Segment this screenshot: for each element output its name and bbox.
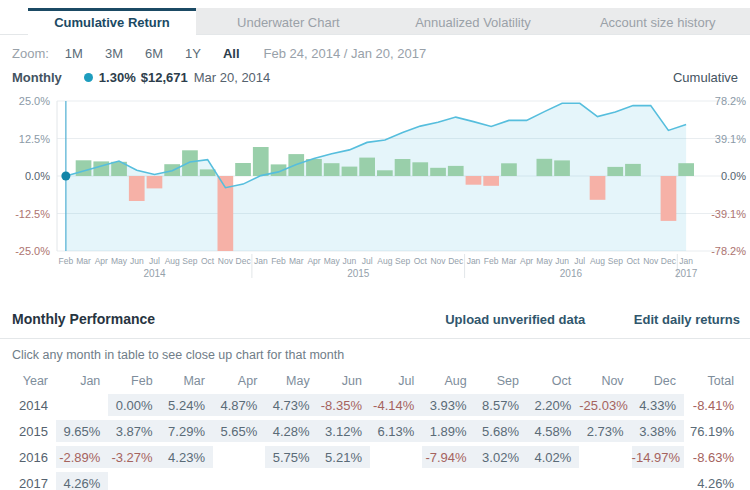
- tab-account-size-history[interactable]: Account size history: [565, 8, 750, 34]
- monthly-bar[interactable]: [661, 176, 677, 221]
- monthly-bar[interactable]: [324, 163, 340, 176]
- column-header-apr: Apr: [213, 372, 265, 390]
- monthly-bar[interactable]: [359, 158, 375, 176]
- x-axis-month-label: Jan: [679, 256, 693, 266]
- monthly-bar[interactable]: [466, 176, 482, 185]
- monthly-bar[interactable]: [93, 161, 109, 176]
- monthly-bar[interactable]: [129, 176, 145, 201]
- monthly-bar[interactable]: [235, 163, 251, 176]
- month-cell-2015-sep[interactable]: 5.68%: [475, 420, 527, 442]
- month-cell-2017-sep: [475, 472, 527, 490]
- month-cell-2014-jun[interactable]: -8.35%: [318, 394, 370, 416]
- monthly-bar[interactable]: [501, 163, 517, 176]
- month-cell-2015-oct[interactable]: 4.58%: [527, 420, 579, 442]
- tooltip-amount: $12,671: [141, 70, 188, 85]
- month-cell-2015-jul[interactable]: 6.13%: [370, 420, 422, 442]
- edit-daily-returns-link[interactable]: Edit daily returns: [634, 312, 740, 327]
- column-header-jun: Jun: [318, 372, 370, 390]
- month-cell-2014-dec[interactable]: 4.33%: [632, 394, 684, 416]
- monthly-bar[interactable]: [678, 163, 694, 176]
- monthly-bar[interactable]: [395, 159, 411, 176]
- right-axis-tick: 39.1%: [715, 133, 746, 145]
- month-cell-2017-jan[interactable]: 4.26%: [56, 472, 108, 490]
- monthly-bar[interactable]: [76, 160, 92, 176]
- month-cell-2017-nov: [579, 472, 631, 490]
- x-axis-month-label: Mar: [76, 256, 91, 266]
- monthly-bar[interactable]: [537, 159, 553, 176]
- table-row-2015: 20159.65%3.87%7.29%5.65%4.28%3.12%6.13%1…: [10, 420, 742, 442]
- cumulative-series-label: Cumulative: [673, 70, 738, 85]
- monthly-bar[interactable]: [483, 176, 499, 186]
- month-cell-2014-oct[interactable]: 2.20%: [527, 394, 579, 416]
- month-cell-2014-may[interactable]: 4.73%: [265, 394, 317, 416]
- column-header-jan: Jan: [56, 372, 108, 390]
- month-cell-2014-sep[interactable]: 8.57%: [475, 394, 527, 416]
- monthly-bar[interactable]: [625, 164, 641, 176]
- upload-unverified-data-link[interactable]: Upload unverified data: [445, 312, 585, 327]
- month-cell-2016-apr: [213, 446, 265, 468]
- zoom-option-6m[interactable]: 6M: [145, 46, 163, 61]
- month-cell-2015-may[interactable]: 4.28%: [265, 420, 317, 442]
- month-cell-2015-feb[interactable]: 3.87%: [108, 420, 160, 442]
- tab-cumulative-return[interactable]: Cumulative Return: [28, 8, 196, 35]
- tab-underwater-chart[interactable]: Underwater Chart: [196, 8, 381, 34]
- month-cell-2015-apr[interactable]: 5.65%: [213, 420, 265, 442]
- year-label: 2014: [10, 394, 56, 416]
- monthly-bar[interactable]: [607, 167, 623, 176]
- month-cell-2015-mar[interactable]: 7.29%: [161, 420, 213, 442]
- monthly-bar[interactable]: [147, 176, 163, 188]
- x-axis-month-label: Feb: [484, 256, 499, 266]
- month-cell-2016-mar[interactable]: 4.23%: [161, 446, 213, 468]
- tab-annualized-volatility[interactable]: Annualized Volatility: [381, 8, 566, 34]
- monthly-bar[interactable]: [306, 159, 322, 176]
- x-axis-month-label: Dec: [661, 256, 677, 266]
- month-cell-2014-apr[interactable]: 4.87%: [213, 394, 265, 416]
- zoom-option-all[interactable]: All: [223, 46, 240, 61]
- month-cell-2016-dec[interactable]: -14.97%: [632, 446, 684, 468]
- monthly-bar[interactable]: [200, 169, 216, 176]
- month-cell-2014-nov[interactable]: -25.03%: [579, 394, 631, 416]
- month-cell-2016-jun[interactable]: 5.21%: [318, 446, 370, 468]
- x-axis-month-label: Sep: [395, 256, 410, 266]
- month-cell-2014-aug[interactable]: 3.93%: [422, 394, 474, 416]
- chart-canvas: 25.0%78.2%12.5%39.1%0.0%0.0%-12.5%-39.1%…: [0, 91, 750, 286]
- column-header-dec: Dec: [632, 372, 684, 390]
- monthly-bar[interactable]: [412, 162, 428, 176]
- month-cell-2017-jun: [318, 472, 370, 490]
- month-cell-2015-aug[interactable]: 1.89%: [422, 420, 474, 442]
- total-cell-2014: -8.41%: [684, 394, 742, 416]
- month-cell-2016-sep[interactable]: 3.02%: [475, 446, 527, 468]
- zoom-option-1y[interactable]: 1Y: [185, 46, 201, 61]
- monthly-bar[interactable]: [253, 147, 269, 176]
- x-axis-month-label: Aug: [165, 256, 180, 266]
- month-cell-2014-jul[interactable]: -4.14%: [370, 394, 422, 416]
- month-cell-2015-nov[interactable]: 2.73%: [579, 420, 631, 442]
- zoom-option-1m[interactable]: 1M: [65, 46, 83, 61]
- zoom-option-3m[interactable]: 3M: [105, 46, 123, 61]
- monthly-bar[interactable]: [430, 168, 446, 176]
- month-cell-2015-jun[interactable]: 3.12%: [318, 420, 370, 442]
- monthly-bar[interactable]: [448, 166, 464, 176]
- monthly-bar[interactable]: [590, 176, 606, 200]
- month-cell-2016-oct[interactable]: 4.02%: [527, 446, 579, 468]
- month-cell-2014-mar[interactable]: 5.24%: [161, 394, 213, 416]
- monthly-bar[interactable]: [377, 170, 393, 176]
- zoom-toolbar: Zoom: 1M3M6M1YAll Feb 24, 2014 / Jan 20,…: [0, 35, 750, 61]
- monthly-bar[interactable]: [554, 160, 570, 176]
- x-axis-month-label: Sep: [608, 256, 623, 266]
- monthly-bar[interactable]: [182, 150, 198, 176]
- month-cell-2015-jan[interactable]: 9.65%: [56, 420, 108, 442]
- column-header-nov: Nov: [579, 372, 631, 390]
- month-cell-2014-feb[interactable]: 0.00%: [108, 394, 160, 416]
- monthly-bar[interactable]: [342, 167, 358, 176]
- total-cell-2015: 76.19%: [684, 420, 742, 442]
- right-axis-tick: -39.1%: [711, 208, 746, 220]
- table-row-2014: 20140.00%5.24%4.87%4.73%-8.35%-4.14%3.93…: [10, 394, 742, 416]
- month-cell-2016-jan[interactable]: -2.89%: [56, 446, 108, 468]
- right-axis-tick: 78.2%: [715, 95, 746, 107]
- month-cell-2015-dec[interactable]: 3.38%: [632, 420, 684, 442]
- month-cell-2016-may[interactable]: 5.75%: [265, 446, 317, 468]
- month-cell-2016-feb[interactable]: -3.27%: [108, 446, 160, 468]
- legend-row: Monthly 1.30% $12,671 Mar 20, 2014 Cumul…: [0, 61, 750, 85]
- month-cell-2016-aug[interactable]: -7.94%: [422, 446, 474, 468]
